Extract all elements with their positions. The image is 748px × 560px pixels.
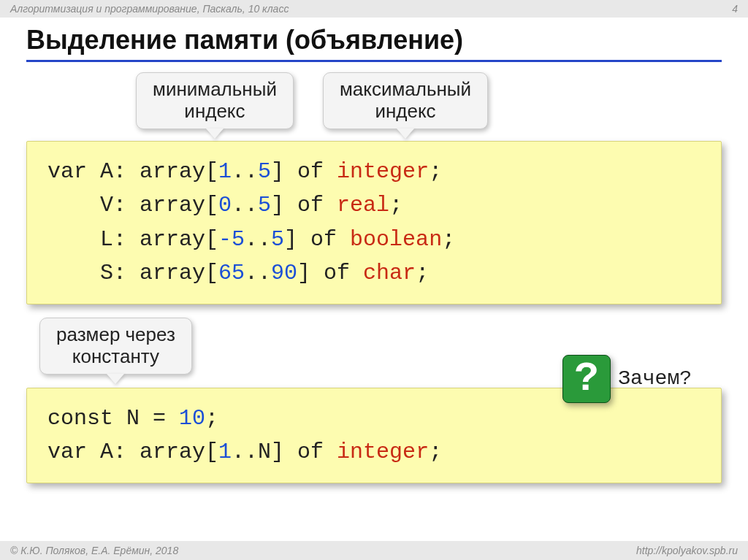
code-line-3: L: array[-5..5] of boolean; [47, 223, 701, 257]
callout-max-index: максимальный индекс [323, 72, 488, 129]
callout-min-text: минимальный индекс [153, 78, 277, 122]
footer-left: © К.Ю. Поляков, Е.А. Ерёмин, 2018 [10, 545, 178, 556]
callout-const-wrap: размер через константу [39, 318, 722, 375]
callout-max-text: максимальный индекс [340, 78, 471, 122]
code-line-2: V: array[0..5] of real; [47, 188, 701, 223]
callout-row: минимальный индекс максимальный индекс [136, 72, 722, 129]
page-number: 4 [732, 3, 738, 15]
callout-const-text: размер через константу [56, 323, 175, 367]
footer-right: http://kpolyakov.spb.ru [636, 545, 738, 556]
topbar: Алгоритмизация и программирование, Паска… [0, 0, 748, 18]
topbar-left: Алгоритмизация и программирование, Паска… [10, 3, 289, 15]
code-line-4: S: array[65..90] of char; [47, 256, 701, 291]
code-block-2: ? Зачем? const N = 10; var A: array[1..N… [26, 388, 722, 483]
callout-const: размер через константу [39, 318, 192, 375]
callout-min-index: минимальный индекс [136, 72, 294, 129]
footer: © К.Ю. Поляков, Е.А. Ерёмин, 2018 http:/… [0, 541, 748, 560]
code2-line-2: var A: array[1..N] of integer; [47, 435, 701, 469]
code2-line-1: const N = 10; [47, 402, 701, 436]
code-block-1: var A: array[1..5] of integer; V: array[… [26, 141, 722, 304]
slide-title: Выделение памяти (объявление) [26, 25, 722, 62]
slide-body: Выделение памяти (объявление) минимальны… [0, 18, 748, 483]
code-line-1: var A: array[1..5] of integer; [47, 155, 701, 189]
